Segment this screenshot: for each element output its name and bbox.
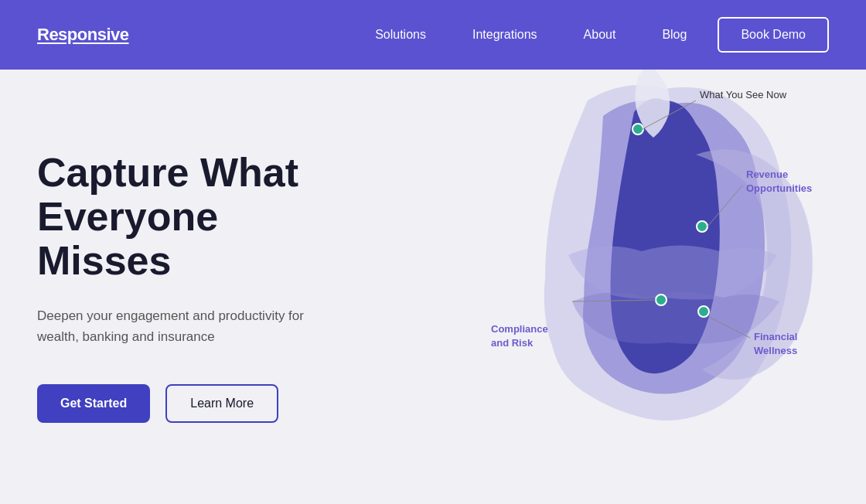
iceberg-svg: What You See Now Revenue Opportunities C… [418,70,866,504]
hero-section: Capture What Everyone Misses Deepen your… [0,70,866,504]
svg-text:Opportunities: Opportunities [746,182,812,194]
svg-text:Compliance: Compliance [491,323,548,335]
navbar: Responsive Solutions Integrations About … [0,0,866,70]
hero-title: Capture What Everyone Misses [37,151,334,284]
nav-item-solutions[interactable]: Solutions [375,28,426,42]
logo[interactable]: Responsive [37,25,129,45]
nav-item-about[interactable]: About [584,28,616,42]
svg-point-2 [656,295,667,305]
svg-text:Revenue: Revenue [746,169,788,180]
svg-point-3 [698,306,709,317]
nav-item-blog[interactable]: Blog [662,28,687,42]
svg-text:Financial: Financial [754,331,797,342]
svg-text:What You See Now: What You See Now [700,89,787,100]
svg-point-1 [697,221,707,232]
nav-links: Solutions Integrations About Blog [375,28,687,42]
learn-more-button[interactable]: Learn More [165,384,278,423]
svg-text:and Risk: and Risk [491,337,534,349]
hero-buttons: Get Started Learn More [37,384,334,423]
svg-text:Wellness: Wellness [754,345,797,356]
get-started-button[interactable]: Get Started [37,384,150,423]
iceberg-illustration: What You See Now Revenue Opportunities C… [418,70,866,504]
nav-item-integrations[interactable]: Integrations [472,28,537,42]
hero-content: Capture What Everyone Misses Deepen your… [0,151,371,423]
svg-point-0 [632,124,643,135]
book-demo-button[interactable]: Book Demo [718,17,829,53]
hero-subtitle: Deepen your engagement and productivity … [37,305,315,347]
